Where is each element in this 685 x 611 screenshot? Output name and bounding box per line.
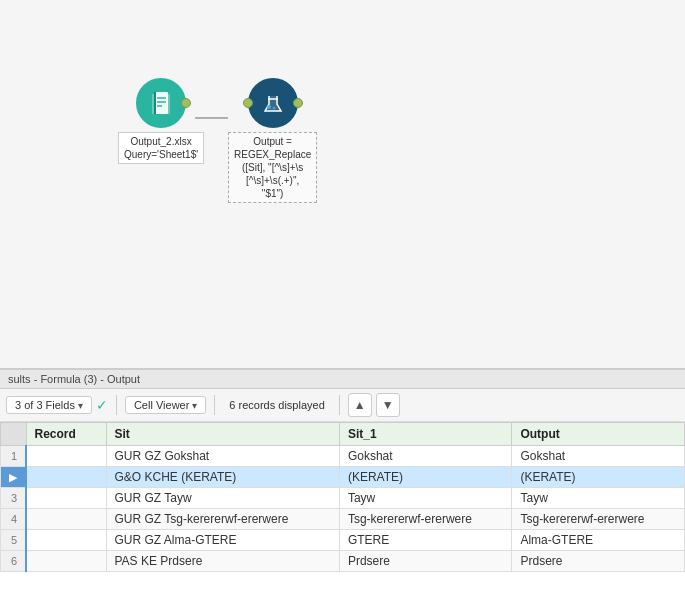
cell-sit: PAS KE Prdsere <box>106 551 339 572</box>
table-header-row: Record Sit Sit_1 Output <box>1 423 685 446</box>
fields-label: 3 of 3 Fields <box>15 399 75 411</box>
cell-record <box>26 551 106 572</box>
col-header-rownum <box>1 423 27 446</box>
records-displayed: 6 records displayed <box>223 399 330 411</box>
cell-viewer-button[interactable]: Cell Viewer ▾ <box>125 396 206 414</box>
node-output-xlsx[interactable]: Output_2.xlsx Query='Sheet1$' <box>118 78 204 164</box>
svg-rect-3 <box>154 92 156 114</box>
cell-record <box>26 488 106 509</box>
cell-sit1: Tayw <box>339 488 512 509</box>
scroll-down-button[interactable]: ▼ <box>376 393 400 417</box>
table-row[interactable]: 5GUR GZ Alma-GTEREGTEREAlma-GTERE <box>1 530 685 551</box>
cell-viewer-chevron-icon: ▾ <box>192 400 197 411</box>
col-header-output: Output <box>512 423 685 446</box>
cell-sit: GUR GZ Alma-GTERE <box>106 530 339 551</box>
row-number: 3 <box>1 488 27 509</box>
table-row[interactable]: 1GUR GZ GokshatGokshatGokshat <box>1 446 685 467</box>
table-row[interactable]: 4GUR GZ Tsg-kerererwf-ererwereTsg-kerere… <box>1 509 685 530</box>
results-header: sults - Formula (3) - Output <box>0 370 685 389</box>
col-header-record: Record <box>26 423 106 446</box>
data-table: Record Sit Sit_1 Output 1GUR GZ GokshatG… <box>0 422 685 611</box>
node1-right-connector <box>181 98 191 108</box>
toolbar: 3 of 3 Fields ▾ ✓ Cell Viewer ▾ 6 record… <box>0 389 685 422</box>
table-row[interactable]: ▶G&O KCHE (KERATE)(KERATE)(KERATE) <box>1 467 685 488</box>
cell-record <box>26 467 106 488</box>
node2-left-connector <box>243 98 253 108</box>
check-icon: ✓ <box>96 397 108 413</box>
node2-right-connector <box>293 98 303 108</box>
cell-sit1: Tsg-kerererwf-ererwere <box>339 509 512 530</box>
fields-button[interactable]: 3 of 3 Fields ▾ <box>6 396 92 414</box>
cell-sit1: (KERATE) <box>339 467 512 488</box>
results-header-text: sults - Formula (3) - Output <box>8 373 140 385</box>
cell-record <box>26 446 106 467</box>
table-row[interactable]: 6PAS KE PrdserePrdserePrdsere <box>1 551 685 572</box>
table-row[interactable]: 3GUR GZ TaywTaywTayw <box>1 488 685 509</box>
node1-label: Output_2.xlsx Query='Sheet1$' <box>118 132 204 164</box>
cell-viewer-label: Cell Viewer <box>134 399 189 411</box>
svg-rect-2 <box>154 92 168 114</box>
cell-sit1: Prdsere <box>339 551 512 572</box>
cell-output: Prdsere <box>512 551 685 572</box>
row-number: 1 <box>1 446 27 467</box>
row-number: 6 <box>1 551 27 572</box>
fields-chevron-icon: ▾ <box>78 400 83 411</box>
node2-label: Output = REGEX_Replace ([Sit], "[^\s]+\s… <box>228 132 317 203</box>
row-number: ▶ <box>1 467 27 488</box>
cell-sit: GUR GZ Gokshat <box>106 446 339 467</box>
svg-point-9 <box>267 105 271 109</box>
col-header-sit: Sit <box>106 423 339 446</box>
cell-output: (KERATE) <box>512 467 685 488</box>
cell-sit1: Gokshat <box>339 446 512 467</box>
formula-icon <box>248 78 298 128</box>
bottom-panel: sults - Formula (3) - Output 3 of 3 Fiel… <box>0 370 685 611</box>
book-icon <box>136 78 186 128</box>
cell-sit: GUR GZ Tsg-kerererwf-ererwere <box>106 509 339 530</box>
cell-record <box>26 530 106 551</box>
cell-output: Gokshat <box>512 446 685 467</box>
canvas-area: Output_2.xlsx Query='Sheet1$' <box>0 0 685 370</box>
connection-lines <box>0 0 685 368</box>
row-number: 4 <box>1 509 27 530</box>
separator3 <box>339 395 340 415</box>
row-number: 5 <box>1 530 27 551</box>
scroll-up-button[interactable]: ▲ <box>348 393 372 417</box>
cell-output: Alma-GTERE <box>512 530 685 551</box>
cell-output: Tayw <box>512 488 685 509</box>
separator2 <box>214 395 215 415</box>
svg-point-10 <box>272 107 275 110</box>
node-formula[interactable]: Output = REGEX_Replace ([Sit], "[^\s]+\s… <box>228 78 317 203</box>
results-table: Record Sit Sit_1 Output 1GUR GZ GokshatG… <box>0 422 685 572</box>
cell-output: Tsg-kerererwf-ererwere <box>512 509 685 530</box>
cell-sit1: GTERE <box>339 530 512 551</box>
separator1 <box>116 395 117 415</box>
cell-record <box>26 509 106 530</box>
cell-sit: G&O KCHE (KERATE) <box>106 467 339 488</box>
cell-sit: GUR GZ Tayw <box>106 488 339 509</box>
col-header-sit1: Sit_1 <box>339 423 512 446</box>
